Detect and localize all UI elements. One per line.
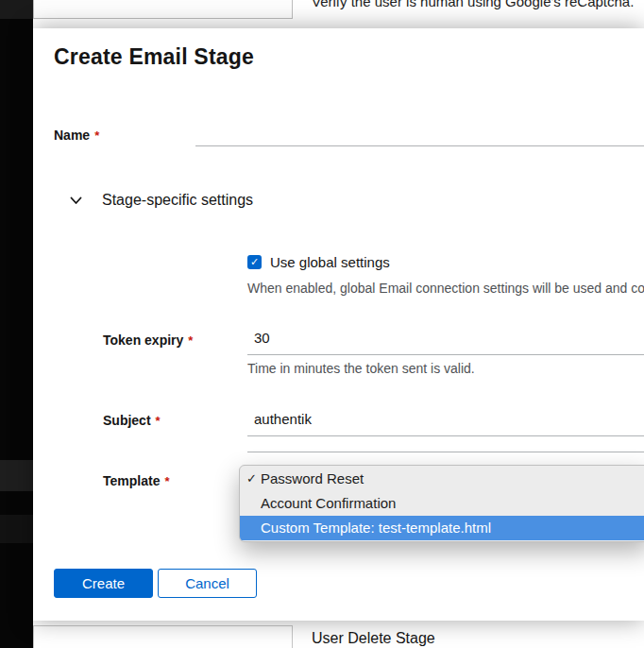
- background-top-strip: Verify the user is human using Google's …: [33, 0, 644, 28]
- required-asterisk: *: [94, 128, 99, 143]
- template-dropdown: ✓ Password Reset Account Confirmation Cu…: [239, 465, 644, 542]
- create-button[interactable]: Create: [54, 569, 153, 598]
- required-asterisk: *: [188, 333, 193, 348]
- stage-specific-settings-toggle[interactable]: Stage-specific settings: [54, 189, 253, 212]
- sidebar-segment: [0, 0, 33, 19]
- checkmark-icon: ✓: [246, 467, 257, 491]
- cancel-button[interactable]: Cancel: [158, 569, 257, 598]
- name-input[interactable]: [195, 112, 644, 146]
- create-email-stage-modal: Create Email Stage Name* Stage-specific …: [33, 28, 644, 621]
- use-global-settings-help: When enabled, global Email connection se…: [247, 281, 644, 296]
- dropdown-option-password-reset[interactable]: ✓ Password Reset: [240, 467, 644, 491]
- template-select[interactable]: [247, 452, 644, 452]
- background-card: [33, 0, 293, 19]
- dropdown-option-custom-template[interactable]: Custom Template: test-template.html: [240, 516, 644, 540]
- token-expiry-input[interactable]: [247, 321, 644, 355]
- subject-label: Subject*: [103, 413, 161, 428]
- background-bottom-strip: User Delete Stage: [33, 621, 644, 648]
- required-asterisk: *: [164, 474, 169, 488]
- background-row-user-delete-stage: User Delete Stage: [312, 630, 435, 647]
- chevron-down-icon: [70, 196, 82, 205]
- subject-input[interactable]: [247, 402, 644, 436]
- token-expiry-label: Token expiry*: [103, 333, 193, 348]
- background-help-text: Verify the user is human using Google's …: [312, 0, 634, 9]
- background-card: [33, 625, 293, 648]
- template-label: Template*: [103, 473, 170, 488]
- required-asterisk: *: [156, 414, 161, 428]
- dropdown-option-account-confirmation[interactable]: Account Confirmation: [240, 491, 644, 516]
- sidebar-segment: [0, 460, 33, 491]
- use-global-settings-checkbox[interactable]: ✓: [247, 255, 262, 269]
- modal-title: Create Email Stage: [54, 44, 254, 70]
- section-title: Stage-specific settings: [102, 192, 253, 209]
- token-expiry-help: Time in minutes the token sent is valid.: [247, 361, 475, 376]
- use-global-settings-label[interactable]: Use global settings: [270, 254, 390, 270]
- checkbox-check-icon: ✓: [250, 256, 259, 267]
- left-sidebar: [0, 0, 33, 648]
- sidebar-segment: [0, 515, 33, 543]
- use-global-settings-row: ✓ Use global settings: [247, 254, 390, 270]
- name-label: Name*: [54, 128, 99, 143]
